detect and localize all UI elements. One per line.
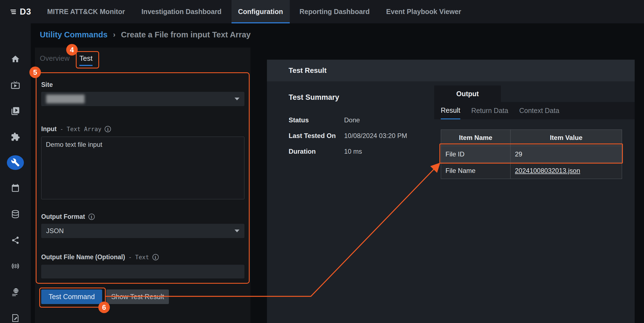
test-command-button[interactable]: Test Command — [41, 289, 102, 304]
d3-logo-bars-icon — [9, 8, 17, 15]
tab-test[interactable]: Test — [79, 54, 93, 66]
site-select[interactable] — [41, 92, 244, 106]
last-tested-value: 10/08/2024 03:20 PM — [344, 132, 407, 140]
audit-log-icon[interactable] — [7, 313, 24, 323]
tab-overview[interactable]: Overview — [40, 54, 69, 66]
test-result-title: Test Result — [289, 66, 327, 75]
summary-row-last-tested: Last Tested On 10/08/2024 03:20 PM — [289, 128, 407, 143]
summary-row-duration: Duration 10 ms — [289, 143, 407, 159]
monitor-icon[interactable] — [7, 80, 24, 90]
output-subtabs: Result Return Data Context Data — [434, 102, 635, 119]
output-file-name-input[interactable] — [41, 265, 244, 278]
chevron-down-icon — [235, 230, 239, 232]
input-textarea[interactable]: Demo text file input — [41, 137, 244, 199]
top-nav: D3 MITRE ATT&CK Monitor Investigation Da… — [0, 0, 644, 23]
nav-item-configuration[interactable]: Configuration — [232, 0, 290, 23]
nav-item-reporting-dashboard[interactable]: Reporting Dashboard — [293, 0, 377, 23]
page-title: Create a File from input Text Array — [121, 30, 251, 39]
file-name-value-cell: 20241008032013.json — [511, 162, 622, 179]
column-header-item-value: Item Value — [511, 130, 622, 146]
column-header-item-name: Item Name — [441, 130, 511, 146]
input-type-hint: Text Array — [67, 126, 101, 132]
broadcast-icon[interactable] — [7, 261, 24, 271]
nav-item-investigation-dashboard[interactable]: Investigation Dashboard — [135, 0, 228, 23]
status-value: Done — [344, 116, 360, 124]
input-label: Input - Text Array — [41, 125, 244, 133]
chevron-down-icon — [235, 98, 239, 100]
d3-logo-text: D3 — [20, 7, 31, 17]
output-file-name-label: Output File Name (Optional) - Text — [41, 253, 244, 261]
file-name-link[interactable]: 20241008032013.json — [515, 167, 580, 174]
test-result-header: Test Result — [267, 60, 635, 81]
breadcrumb-separator: › — [113, 31, 116, 39]
table-row-file-id: File ID 29 — [441, 146, 622, 162]
breadcrumb: Utility Commands › Create a File from in… — [40, 23, 251, 46]
data-management-icon[interactable] — [7, 209, 24, 219]
site-label: Site — [41, 81, 244, 89]
duration-value: 10 ms — [344, 148, 362, 155]
test-summary: Test Summary Status Done Last Tested On … — [289, 93, 407, 159]
table-row-file-name: File Name 20241008032013.json — [441, 162, 622, 179]
summary-row-status: Status Done — [289, 112, 407, 128]
tab-output[interactable]: Output — [434, 85, 501, 102]
result-table-header-row: Item Name Item Value — [441, 130, 622, 146]
subtab-context-data[interactable]: Context Data — [519, 102, 559, 119]
utility-commands-icon[interactable] — [7, 155, 24, 170]
file-name-name-cell: File Name — [441, 162, 511, 179]
breadcrumb-parent-link[interactable]: Utility Commands — [40, 30, 108, 39]
playbook-library-icon[interactable] — [7, 106, 24, 116]
site-value-redacted — [46, 95, 85, 103]
command-tabs: Overview Test — [40, 54, 93, 66]
subtab-result[interactable]: Result — [441, 102, 460, 119]
nav-item-mitre-monitor[interactable]: MITRE ATT&CK Monitor — [41, 0, 132, 23]
subtab-return-data[interactable]: Return Data — [471, 102, 508, 119]
info-icon[interactable] — [152, 254, 159, 260]
sidebar — [0, 23, 31, 323]
schedule-icon[interactable] — [7, 183, 24, 193]
geolocation-icon[interactable] — [7, 287, 24, 297]
result-table: Item Name Item Value File ID 29 File Nam… — [441, 129, 622, 179]
command-test-panel: Overview Test Site Input - Text Array De… — [35, 48, 250, 323]
connections-icon[interactable] — [7, 235, 24, 245]
info-icon[interactable] — [105, 126, 111, 132]
home-icon[interactable] — [7, 54, 24, 64]
show-test-result-button[interactable]: Show Test Result — [106, 289, 169, 304]
nav-item-event-playbook-viewer[interactable]: Event Playbook Viewer — [380, 0, 468, 23]
integrations-icon[interactable] — [7, 132, 24, 142]
output-file-type-hint: Text — [135, 254, 149, 261]
d3-logo[interactable]: D3 — [0, 0, 39, 23]
test-summary-heading: Test Summary — [289, 93, 407, 102]
file-id-name-cell: File ID — [441, 146, 511, 162]
output-format-label: Output Format — [41, 213, 244, 220]
test-result-panel: Test Result Test Summary Status Done Las… — [267, 60, 635, 323]
file-id-value-cell: 29 — [511, 146, 622, 162]
test-form: Site Input - Text Array Demo text file i… — [41, 75, 244, 278]
info-icon[interactable] — [88, 214, 95, 220]
output-format-select[interactable]: JSON — [41, 224, 244, 238]
